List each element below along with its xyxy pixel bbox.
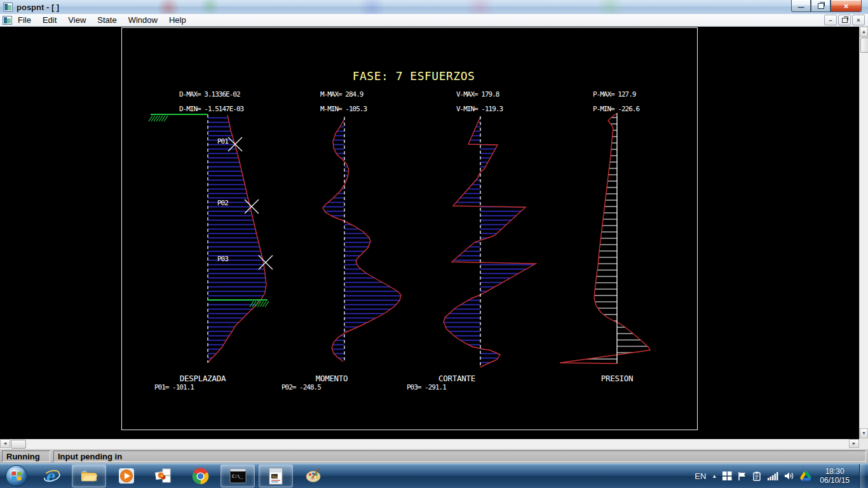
child-close-button[interactable]: × <box>852 15 865 25</box>
menu-state[interactable]: State <box>92 15 122 25</box>
child-caption-buttons: – × <box>824 15 868 25</box>
horizontal-scrollbar[interactable]: ◄ ► <box>0 439 859 449</box>
scrollbar-corner <box>859 439 868 449</box>
menu-file[interactable]: File <box>12 15 37 25</box>
screen: pospnt - [ ] — × File Edit View State Wi… <box>0 0 868 488</box>
installer-tray-icon[interactable] <box>752 471 762 481</box>
plot-canvas[interactable] <box>0 27 868 439</box>
menu-window[interactable]: Window <box>123 15 163 25</box>
scroll-right-button[interactable]: ► <box>849 439 859 448</box>
clock-date: 06/10/15 <box>820 476 850 485</box>
windows-start-icon <box>4 464 29 488</box>
windows-tray-icon[interactable] <box>722 471 732 480</box>
menu-edit[interactable]: Edit <box>37 15 62 25</box>
taskbar-photo-viewer-icon[interactable] <box>147 465 180 487</box>
caption-buttons: — × <box>791 0 862 12</box>
status-bar: Running Input pending in <box>0 449 868 463</box>
menu-bar: File Edit View State Window Help – × <box>0 14 868 27</box>
taskbar-document-app-icon[interactable]: 9&a <box>259 464 293 487</box>
drive-tray-icon[interactable] <box>800 471 811 481</box>
window-title: pospnt - [ ] <box>17 3 59 12</box>
clock[interactable]: 18:30 06/10/15 <box>820 467 850 485</box>
scroll-up-button[interactable]: ▲ <box>860 27 868 37</box>
child-minimize-button[interactable]: – <box>824 15 837 25</box>
menu-help[interactable]: Help <box>163 15 192 25</box>
taskbar-media-player-icon[interactable] <box>110 465 143 487</box>
child-restore-button[interactable] <box>838 15 851 25</box>
scroll-down-button[interactable]: ▼ <box>860 428 868 438</box>
taskbar-buttons: e C:\_ 9&a <box>35 464 330 487</box>
title-bar: pospnt - [ ] <box>0 0 868 14</box>
language-indicator[interactable]: EN <box>695 471 706 481</box>
close-button[interactable]: × <box>831 0 862 12</box>
start-button[interactable] <box>3 464 30 487</box>
app-icon <box>3 3 13 11</box>
restore-icon <box>818 3 824 9</box>
network-signal-icon[interactable] <box>768 471 778 480</box>
action-center-flag-icon[interactable] <box>738 471 747 481</box>
taskbar: e C:\_ 9&a EN <box>0 463 868 488</box>
restore-button[interactable] <box>811 0 831 12</box>
horizontal-scroll-thumb[interactable] <box>11 440 26 449</box>
svg-text:C:\_: C:\_ <box>232 474 243 479</box>
minimize-button[interactable]: — <box>791 0 811 12</box>
vertical-scrollbar[interactable]: ▲ ▼ <box>859 27 868 439</box>
vertical-scroll-thumb[interactable] <box>860 37 868 53</box>
taskbar-chrome-icon[interactable] <box>184 465 217 487</box>
scroll-left-button[interactable]: ◄ <box>0 439 10 448</box>
child-window-icon <box>3 16 12 25</box>
taskbar-paint-icon[interactable] <box>297 465 330 487</box>
svg-text:9&a: 9&a <box>272 475 278 478</box>
show-desktop-button[interactable] <box>859 464 865 488</box>
menu-view[interactable]: View <box>62 15 92 25</box>
taskbar-command-prompt-icon[interactable]: C:\_ <box>220 464 255 487</box>
clock-time: 18:30 <box>820 467 850 476</box>
system-tray: EN ▲ 18:30 06/10/15 <box>695 464 868 488</box>
status-message: Input pending in <box>53 451 866 462</box>
status-running: Running <box>2 451 50 462</box>
child-restore-icon <box>842 18 848 23</box>
volume-icon[interactable] <box>784 471 794 480</box>
taskbar-internet-explorer-icon[interactable]: e <box>35 465 68 487</box>
taskbar-windows-explorer-icon[interactable] <box>72 464 106 487</box>
hidden-icons-button[interactable]: ▲ <box>712 473 717 479</box>
